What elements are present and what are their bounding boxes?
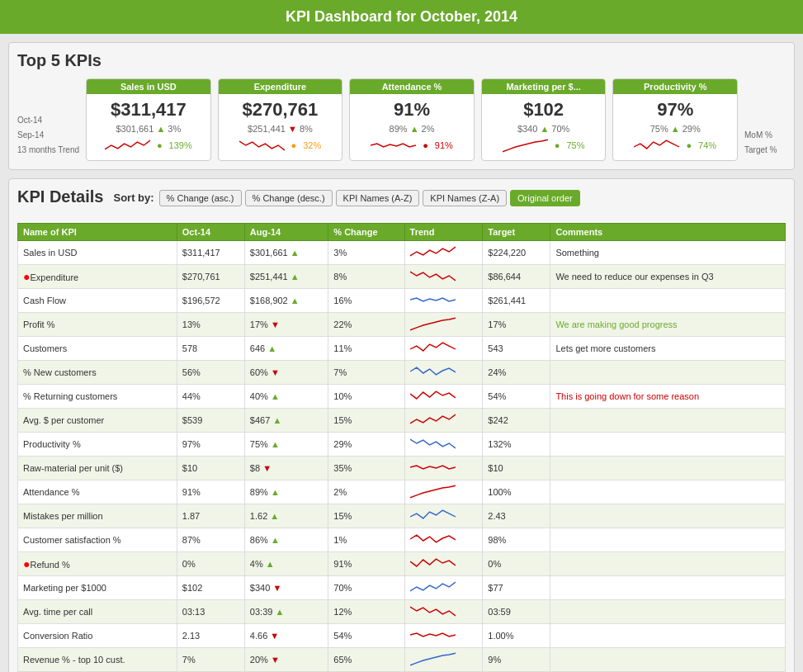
table-row: Cash Flow $196,572 $168,902 ▲ 16% $261,4… bbox=[18, 289, 786, 313]
kpi-name: Avg. time per call bbox=[18, 600, 177, 624]
kpi-aug: 20% ▼ bbox=[244, 648, 328, 672]
kpi-target: 03:59 bbox=[483, 600, 550, 624]
kpi-card-value-0: $311,417 bbox=[93, 99, 204, 121]
kpi-card-prev-2: 89% ▲ 2% bbox=[357, 124, 467, 134]
kpi-target: 98% bbox=[483, 528, 550, 552]
kpi-target: 2.43 bbox=[483, 504, 550, 528]
col-header-1: Oct-14 bbox=[177, 224, 244, 241]
kpi-oct: 91% bbox=[177, 480, 244, 504]
col-header-4: Trend bbox=[404, 224, 483, 241]
kpi-pct: 11% bbox=[328, 337, 404, 361]
kpi-card-trend-1: ● 32% bbox=[225, 137, 336, 154]
kpi-oct: 56% bbox=[177, 361, 244, 385]
kpi-trend bbox=[404, 528, 483, 552]
label-target: Target % bbox=[744, 143, 786, 158]
kpi-trend bbox=[404, 313, 483, 337]
kpi-pct: 29% bbox=[328, 433, 404, 457]
kpi-aug: 60% ▼ bbox=[244, 361, 328, 385]
kpi-name: Customers bbox=[18, 337, 177, 361]
kpi-comment bbox=[550, 504, 786, 528]
kpi-card-trend-3: ● 75% bbox=[489, 137, 599, 154]
kpi-name: Cash Flow bbox=[18, 289, 177, 313]
kpi-comment bbox=[550, 528, 786, 552]
kpi-comment bbox=[550, 480, 786, 504]
kpi-card-prev-0: $301,661 ▲ 3% bbox=[93, 124, 204, 134]
sort-btn-4[interactable]: Original order bbox=[510, 190, 580, 206]
kpi-pct: 22% bbox=[328, 313, 404, 337]
kpi-target: $261,441 bbox=[483, 289, 550, 313]
kpi-trend bbox=[404, 433, 483, 457]
kpi-oct: $196,572 bbox=[177, 289, 244, 313]
kpi-comment: Lets get more customers bbox=[550, 337, 786, 361]
kpi-card-value-2: 91% bbox=[357, 99, 467, 121]
kpi-card-header-2: Attendance % bbox=[350, 79, 474, 94]
table-row: Productivity % 97% 75% ▲ 29% 132% bbox=[18, 433, 786, 457]
kpi-right-labels: MoM % Target % bbox=[744, 78, 786, 161]
kpi-pct: 15% bbox=[328, 504, 404, 528]
kpi-comment: Something bbox=[550, 241, 786, 265]
kpi-trend bbox=[404, 624, 483, 648]
kpi-aug: $8 ▼ bbox=[244, 457, 328, 480]
kpi-card-header-4: Productivity % bbox=[613, 79, 737, 94]
kpi-oct: 2.13 bbox=[177, 624, 244, 648]
kpi-pct: 7% bbox=[328, 361, 404, 385]
kpi-aug: 89% ▲ bbox=[244, 480, 328, 504]
kpi-card-header-1: Expenditure bbox=[219, 79, 342, 94]
kpi-name: % New customers bbox=[18, 361, 177, 385]
kpi-oct: $311,417 bbox=[177, 241, 244, 265]
kpi-aug: 75% ▲ bbox=[244, 433, 328, 457]
sort-btn-1[interactable]: % Change (desc.) bbox=[245, 190, 333, 206]
details-title: KPI Details bbox=[17, 187, 103, 206]
kpi-trend bbox=[404, 552, 483, 576]
kpi-trend bbox=[404, 265, 483, 289]
kpi-name: Revenue % - top 10 cust. bbox=[18, 648, 177, 672]
kpi-aug: 1.62 ▲ bbox=[244, 504, 328, 528]
col-header-0: Name of KPI bbox=[18, 224, 177, 241]
kpi-oct: $102 bbox=[177, 576, 244, 600]
kpi-comment: We need to reduce our expenses in Q3 bbox=[550, 265, 786, 289]
alert-dot: ● bbox=[23, 557, 30, 570]
kpi-target: $224,220 bbox=[483, 241, 550, 265]
kpi-comment bbox=[550, 576, 786, 600]
kpi-comment: This is going down for some reason bbox=[550, 385, 786, 409]
kpi-aug: 03:39 ▲ bbox=[244, 600, 328, 624]
kpi-oct: 97% bbox=[177, 433, 244, 457]
kpi-trend bbox=[404, 480, 483, 504]
table-row: Raw-material per unit ($) $10 $8 ▼ 35% $… bbox=[18, 457, 786, 480]
kpi-oct: 87% bbox=[177, 528, 244, 552]
kpi-card-value-4: 97% bbox=[620, 99, 730, 121]
kpi-oct: 1.87 bbox=[177, 504, 244, 528]
label-mom: MoM % bbox=[744, 128, 786, 143]
sort-buttons: % Change (asc.)% Change (desc.)KPI Names… bbox=[159, 190, 580, 206]
kpi-name: Avg. $ per customer bbox=[18, 409, 177, 433]
kpi-target: 54% bbox=[483, 385, 550, 409]
kpi-name: Mistakes per million bbox=[18, 504, 177, 528]
kpi-aug: 86% ▲ bbox=[244, 528, 328, 552]
kpi-name: Sales in USD bbox=[18, 241, 177, 265]
kpi-aug: 646 ▲ bbox=[244, 337, 328, 361]
kpi-trend bbox=[404, 289, 483, 313]
kpi-comment: We are making good progress bbox=[550, 313, 786, 337]
kpi-trend bbox=[404, 576, 483, 600]
kpi-pct: 70% bbox=[328, 576, 404, 600]
kpi-aug: $467 ▲ bbox=[244, 409, 328, 433]
sort-btn-0[interactable]: % Change (asc.) bbox=[159, 190, 242, 206]
kpi-trend bbox=[404, 241, 483, 265]
kpi-comment bbox=[550, 409, 786, 433]
kpi-card-trend-0: ● 139% bbox=[93, 137, 204, 154]
sort-btn-2[interactable]: KPI Names (A-Z) bbox=[336, 190, 420, 206]
kpi-card-header-0: Sales in USD bbox=[87, 79, 210, 94]
col-header-2: Aug-14 bbox=[244, 224, 328, 241]
kpi-card-0: Sales in USD $311,417 $301,661 ▲ 3% ● 13… bbox=[86, 78, 211, 161]
kpi-name: Attendance % bbox=[18, 480, 177, 504]
col-header-6: Comments bbox=[550, 224, 786, 241]
kpi-pct: 12% bbox=[328, 600, 404, 624]
label-sep: Sep-14 bbox=[17, 128, 79, 143]
kpi-trend bbox=[404, 600, 483, 624]
kpi-oct: 13% bbox=[177, 313, 244, 337]
sort-btn-3[interactable]: KPI Names (Z-A) bbox=[423, 190, 507, 206]
kpi-pct: 65% bbox=[328, 648, 404, 672]
kpi-details-section: KPI Details Sort by: % Change (asc.)% Ch… bbox=[8, 178, 795, 672]
kpi-target: $86,644 bbox=[483, 265, 550, 289]
kpi-cards-inner: Sales in USD $311,417 $301,661 ▲ 3% ● 13… bbox=[86, 78, 738, 161]
